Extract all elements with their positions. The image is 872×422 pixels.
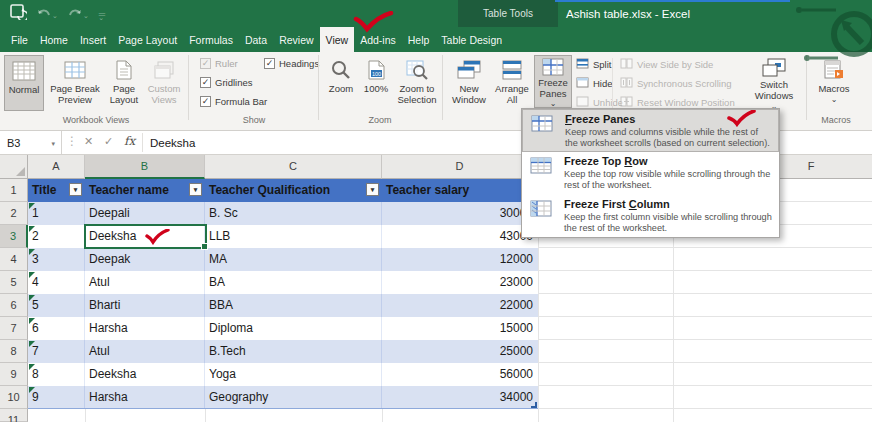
row-header-7[interactable]: 7: [0, 317, 28, 340]
cell[interactable]: 43000: [382, 225, 538, 248]
row-header-11[interactable]: 11: [0, 409, 28, 422]
filter-dropdown-icon[interactable]: [366, 183, 379, 196]
cell[interactable]: 15000: [382, 317, 538, 340]
split-button[interactable]: Split: [576, 58, 611, 71]
cell[interactable]: Deepali: [85, 202, 205, 225]
hide-button[interactable]: Hide: [576, 77, 613, 90]
cell[interactable]: Yoga: [205, 363, 382, 386]
tab-data[interactable]: Data: [239, 27, 273, 52]
cell[interactable]: 8: [28, 363, 85, 386]
zoom-to-selection-button[interactable]: Zoom to Selection: [394, 55, 440, 111]
tab-view[interactable]: View: [320, 27, 355, 52]
cell[interactable]: Diploma: [205, 317, 382, 340]
normal-view-button[interactable]: Normal: [4, 55, 44, 111]
cell[interactable]: Atul: [85, 340, 205, 363]
column-header-b[interactable]: B: [85, 155, 205, 179]
headings-checkbox[interactable]: Headings: [264, 58, 319, 69]
tab-add-ins[interactable]: Add-ins: [354, 27, 402, 52]
row-header-2[interactable]: 2: [0, 202, 28, 225]
save-icon[interactable]: [10, 4, 27, 24]
selected-cell-outline[interactable]: [84, 224, 207, 249]
row-header-9[interactable]: 9: [0, 363, 28, 386]
cell[interactable]: Geography: [205, 386, 382, 408]
menu-item-freeze-top-row[interactable]: Freeze Top RowKeep the top row visible w…: [522, 152, 779, 195]
formula-bar-checkbox[interactable]: Formula Bar: [200, 96, 267, 107]
group-separator: [188, 55, 189, 120]
tab-insert[interactable]: Insert: [74, 27, 112, 52]
formula-bar-splitter[interactable]: ⋮: [66, 134, 78, 148]
zoom-100-button[interactable]: 100 100%: [360, 55, 392, 111]
cell[interactable]: 12000: [382, 248, 538, 271]
tab-review[interactable]: Review: [273, 27, 319, 52]
cell[interactable]: Harsha: [85, 317, 205, 340]
filter-dropdown-icon[interactable]: [189, 183, 202, 196]
cell[interactable]: MA: [205, 248, 382, 271]
cell[interactable]: 56000: [382, 363, 538, 386]
cell[interactable]: 30000: [382, 202, 538, 225]
formula-input[interactable]: Deeksha: [150, 131, 195, 154]
arrange-all-button[interactable]: Arrange All: [492, 55, 532, 111]
table-header-cell[interactable]: Teacher salary: [382, 179, 538, 202]
column-header-a[interactable]: A: [28, 155, 85, 179]
cell[interactable]: B. Sc: [205, 202, 382, 225]
tab-help[interactable]: Help: [402, 27, 436, 52]
gridlines-checkbox[interactable]: Gridlines: [200, 77, 253, 88]
row-header-5[interactable]: 5: [0, 271, 28, 294]
cell[interactable]: B.Tech: [205, 340, 382, 363]
tab-table-design[interactable]: Table Design: [435, 27, 508, 52]
unhide-label: Unhide: [593, 97, 623, 108]
cell[interactable]: 2: [28, 225, 85, 248]
cell[interactable]: 7: [28, 340, 85, 363]
cell[interactable]: 25000: [382, 340, 538, 363]
cell[interactable]: BA: [205, 271, 382, 294]
row-header-10[interactable]: 10: [0, 386, 28, 409]
cell[interactable]: Deepak: [85, 248, 205, 271]
menu-item-freeze-first-column[interactable]: Freeze First ColumnKeep the first column…: [522, 195, 779, 238]
table-header-cell[interactable]: Teacher Qualification: [205, 179, 382, 202]
tab-file[interactable]: File: [5, 27, 34, 52]
new-window-button[interactable]: New Window: [448, 55, 490, 111]
freeze-panes-button[interactable]: Freeze Panes: [534, 55, 572, 108]
chevron-down-icon[interactable]: ▾: [51, 140, 55, 148]
column-header-d[interactable]: D: [382, 155, 538, 179]
tab-formulas[interactable]: Formulas: [183, 27, 239, 52]
row-header-6[interactable]: 6: [0, 294, 28, 317]
name-box[interactable]: B3 ▾: [0, 131, 62, 154]
cell[interactable]: LLB: [205, 225, 382, 248]
cell[interactable]: 4: [28, 271, 85, 294]
cell[interactable]: Harsha: [85, 386, 205, 408]
menu-item-freeze-panes[interactable]: Freeze PanesKeep rows and columns visibl…: [522, 109, 779, 152]
zoom-button[interactable]: Zoom: [323, 55, 359, 111]
cell[interactable]: 5: [28, 294, 85, 317]
customize-qat-icon[interactable]: ═⌄: [99, 8, 104, 21]
row-header-1[interactable]: 1: [0, 179, 28, 202]
insert-function-icon[interactable]: fx: [124, 134, 135, 148]
cell[interactable]: Bharti: [85, 294, 205, 317]
enter-icon[interactable]: ✓: [104, 135, 113, 148]
tab-home[interactable]: Home: [34, 27, 74, 52]
cell[interactable]: 3: [28, 248, 85, 271]
cell[interactable]: Deeksha: [85, 363, 205, 386]
page-break-preview-button[interactable]: Page Break Preview: [46, 55, 104, 111]
tab-page-layout[interactable]: Page Layout: [112, 27, 183, 52]
cell[interactable]: 34000: [382, 386, 538, 408]
cell[interactable]: 1: [28, 202, 85, 225]
cell[interactable]: 22000: [382, 294, 538, 317]
cell[interactable]: 6: [28, 317, 85, 340]
cell[interactable]: Atul: [85, 271, 205, 294]
page-layout-button[interactable]: Page Layout: [106, 55, 142, 111]
row-header-8[interactable]: 8: [0, 340, 28, 363]
select-all-corner[interactable]: [0, 155, 28, 179]
table-resize-handle[interactable]: [531, 402, 537, 408]
column-header-c[interactable]: C: [205, 155, 382, 179]
cell[interactable]: 23000: [382, 271, 538, 294]
cancel-icon[interactable]: ✕: [84, 135, 93, 148]
row-header-3[interactable]: 3: [0, 225, 28, 248]
filter-dropdown-icon[interactable]: [69, 183, 82, 196]
table-header-label: Teacher Qualification: [209, 183, 330, 197]
cell[interactable]: 9: [28, 386, 85, 408]
table-header-cell[interactable]: Title: [28, 179, 85, 202]
table-header-cell[interactable]: Teacher name: [85, 179, 205, 202]
row-header-4[interactable]: 4: [0, 248, 28, 271]
cell[interactable]: BBA: [205, 294, 382, 317]
